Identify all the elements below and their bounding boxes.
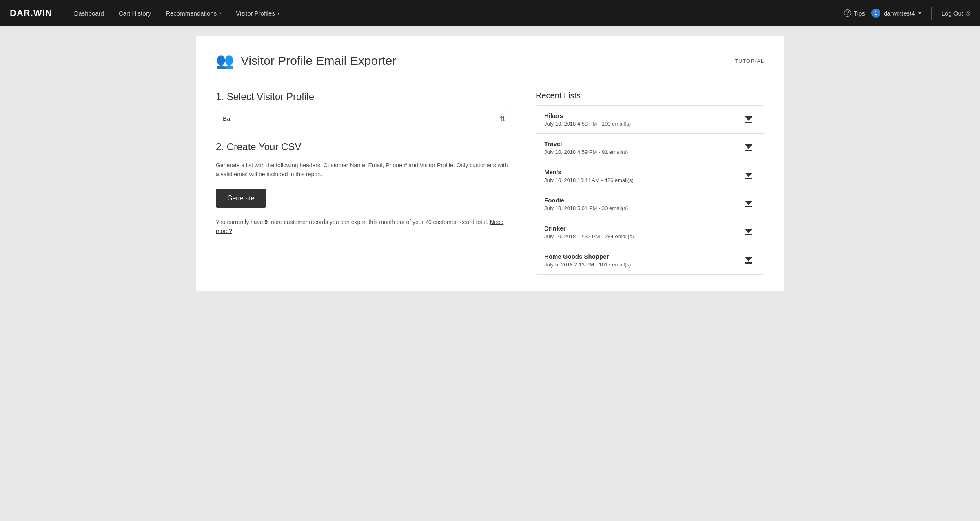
list-item: Men's July 10, 2018 10:44 AM - 426 email… <box>536 162 764 190</box>
download-button-travel[interactable] <box>742 143 756 153</box>
download-button-foodie[interactable] <box>742 199 756 209</box>
download-icon-travel <box>745 144 752 151</box>
user-menu-caret: ▾ <box>918 9 922 17</box>
list-item-info-travel: Travel July 10, 2018 4:59 PM - 91 email(… <box>544 140 628 155</box>
line-shape <box>745 206 752 207</box>
export-note-before: You currently have <box>216 219 264 225</box>
step1-title: 1. Select Visitor Profile <box>216 91 511 102</box>
visitor-profile-select-wrapper: Bar Hikers Travel Men's Foodie Drinker H… <box>216 111 511 126</box>
list-item: Hikers July 10, 2018 4:58 PM - 103 email… <box>536 106 764 134</box>
nav-cart-history[interactable]: Cart History <box>113 7 157 20</box>
list-item-meta-foodie: July 10, 2018 5:01 PM - 30 email(s) <box>544 205 628 211</box>
page-title: Visitor Profile Email Exporter <box>241 54 396 68</box>
list-item-meta-home-goods: July 5, 2018 2:13 PM - 1017 email(s) <box>544 262 631 268</box>
user-badge-number: 1 <box>871 9 880 18</box>
export-note: You currently have 9 more customer recor… <box>216 217 511 236</box>
recent-lists-container: Hikers July 10, 2018 4:58 PM - 103 email… <box>536 105 764 275</box>
list-item-meta-travel: July 10, 2018 4:59 PM - 91 email(s) <box>544 149 628 155</box>
two-column-layout: 1. Select Visitor Profile Bar Hikers Tra… <box>216 91 764 275</box>
page-icon: 👥 <box>216 52 234 69</box>
arrow-shape <box>745 257 752 262</box>
export-note-count: 9 <box>264 219 268 225</box>
list-item-meta-mens: July 10, 2018 10:44 AM - 426 email(s) <box>544 177 634 183</box>
export-note-after: more customer records you can export thi… <box>268 219 488 225</box>
list-item-meta-drinker: July 10, 2018 12:32 PM - 284 email(s) <box>544 233 634 239</box>
csv-section: 2. Create Your CSV Generate a list with … <box>216 141 511 236</box>
nav-links: Dashboard Cart History Recommendations ▾… <box>69 7 844 20</box>
download-icon-drinker <box>745 229 752 235</box>
download-icon-home-goods <box>745 257 752 264</box>
list-item: Foodie July 10, 2018 5:01 PM - 30 email(… <box>536 190 764 218</box>
line-shape <box>745 262 752 264</box>
list-item-name-foodie: Foodie <box>544 197 628 204</box>
page-wrapper: 👥 Visitor Profile Email Exporter TUTORIA… <box>0 26 980 301</box>
download-icon-hikers <box>745 116 752 123</box>
nav-divider <box>931 7 932 20</box>
right-column: Recent Lists Hikers July 10, 2018 4:58 P… <box>536 91 764 275</box>
generate-button[interactable]: Generate <box>216 189 266 208</box>
recommendations-caret: ▾ <box>219 11 221 16</box>
navbar: DAR.WIN Dashboard Cart History Recommend… <box>0 0 980 26</box>
csv-description: Generate a list with the following heade… <box>216 161 511 179</box>
main-card: 👥 Visitor Profile Email Exporter TUTORIA… <box>196 36 784 291</box>
list-item-info-hikers: Hikers July 10, 2018 4:58 PM - 103 email… <box>544 112 631 127</box>
list-item-info-drinker: Drinker July 10, 2018 12:32 PM - 284 ema… <box>544 225 634 239</box>
arrow-shape <box>745 173 752 177</box>
nav-dashboard[interactable]: Dashboard <box>69 7 110 20</box>
list-item-info-home-goods: Home Goods Shopper July 5, 2018 2:13 PM … <box>544 253 631 268</box>
page-title-area: 👥 Visitor Profile Email Exporter <box>216 52 396 69</box>
download-icon-foodie <box>745 201 752 207</box>
list-item: Home Goods Shopper July 5, 2018 2:13 PM … <box>536 246 764 274</box>
list-item-name-hikers: Hikers <box>544 112 631 119</box>
arrow-shape <box>745 144 752 149</box>
arrow-shape <box>745 229 752 233</box>
list-item-info-foodie: Foodie July 10, 2018 5:01 PM - 30 email(… <box>544 197 628 211</box>
user-menu[interactable]: 1 darwintest4 ▾ <box>871 9 922 18</box>
list-item-name-mens: Men's <box>544 168 634 175</box>
download-button-drinker[interactable] <box>742 227 756 237</box>
visitor-profile-select[interactable]: Bar Hikers Travel Men's Foodie Drinker H… <box>216 111 511 126</box>
list-item-name-home-goods: Home Goods Shopper <box>544 253 631 260</box>
list-item-info-mens: Men's July 10, 2018 10:44 AM - 426 email… <box>544 168 634 183</box>
arrow-shape <box>745 201 752 205</box>
download-button-home-goods[interactable] <box>742 255 756 265</box>
arrow-shape <box>745 116 752 121</box>
list-item-name-travel: Travel <box>544 140 628 147</box>
page-header: 👥 Visitor Profile Email Exporter TUTORIA… <box>216 52 764 78</box>
tutorial-link[interactable]: TUTORIAL <box>735 58 764 64</box>
line-shape <box>745 150 752 151</box>
list-item-meta-hikers: July 10, 2018 4:58 PM - 103 email(s) <box>544 121 631 127</box>
tips-icon: ? <box>844 9 851 17</box>
download-button-mens[interactable] <box>742 171 756 181</box>
nav-visitor-profiles[interactable]: Visitor Profiles ▾ <box>230 7 285 20</box>
nav-right: ? Tips 1 darwintest4 ▾ Log Out ⎋ <box>844 7 970 20</box>
nav-recommendations[interactable]: Recommendations ▾ <box>160 7 227 20</box>
list-item: Drinker July 10, 2018 12:32 PM - 284 ema… <box>536 218 764 246</box>
step2-title: 2. Create Your CSV <box>216 141 511 153</box>
brand-logo[interactable]: DAR.WIN <box>10 8 52 18</box>
username: darwintest4 <box>884 10 915 17</box>
download-icon-mens <box>745 173 752 179</box>
line-shape <box>745 122 752 123</box>
left-column: 1. Select Visitor Profile Bar Hikers Tra… <box>216 91 511 275</box>
tips-link[interactable]: ? Tips <box>844 9 865 17</box>
logout-button[interactable]: Log Out ⎋ <box>942 9 970 18</box>
visitor-profiles-caret: ▾ <box>277 11 279 16</box>
list-item-name-drinker: Drinker <box>544 225 634 232</box>
download-button-hikers[interactable] <box>742 115 756 124</box>
recent-lists-title: Recent Lists <box>536 91 764 100</box>
list-item: Travel July 10, 2018 4:59 PM - 91 email(… <box>536 134 764 162</box>
line-shape <box>745 234 752 235</box>
logout-icon: ⎋ <box>966 9 970 18</box>
line-shape <box>745 178 752 179</box>
